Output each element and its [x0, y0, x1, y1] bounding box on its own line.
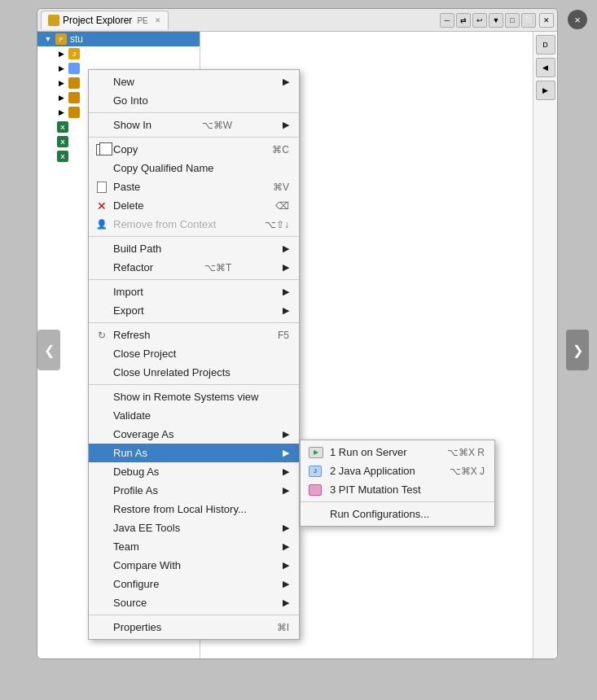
sidebar-item-src[interactable]: ▶ J [50, 46, 200, 61]
menu-item-java-ee-tools[interactable]: Java EE Tools▶ [89, 518, 299, 537]
project-icon: P [55, 33, 67, 45]
menu-item-label: Team [113, 540, 139, 553]
menu-item-delete[interactable]: ✕Delete⌫ [89, 196, 299, 215]
submenu-arrow-icon: ▶ [283, 466, 289, 477]
sync-btn[interactable]: ⇄ [456, 13, 471, 28]
copy-icon [95, 143, 108, 156]
submenu-arrow-icon: ▶ [283, 243, 289, 254]
panel-btn-3[interactable]: ▶ [536, 81, 555, 100]
menu-item-run-as[interactable]: Run As▶ [89, 444, 299, 462]
menu-item-new[interactable]: New▶ [89, 72, 299, 91]
view-menu-btn[interactable]: ▼ [489, 13, 503, 28]
menu-item-label: Delete [113, 199, 144, 212]
menu-item-go-into[interactable]: Go Into [89, 91, 299, 110]
menu-item-refresh[interactable]: ↻RefreshF5 [89, 326, 299, 344]
menu-item-debug-as[interactable]: Debug As▶ [89, 462, 299, 481]
excel-icon2: X [57, 136, 68, 147]
delete-icon: ✕ [95, 199, 108, 212]
submenu-arrow-icon: ▶ [283, 120, 289, 130]
menu-item-label: Restore from Local History... [113, 503, 247, 515]
menu-separator [89, 384, 299, 385]
project-explorer-icon [48, 15, 59, 26]
menu-item-compare-with[interactable]: Compare With▶ [89, 556, 299, 575]
submenu-shortcut-label: ⌥⌘X J [450, 466, 485, 477]
menu-item-import[interactable]: Import▶ [89, 282, 299, 301]
submenu-item-pit-mutation[interactable]: 3 PIT Mutation Test [301, 480, 494, 499]
menu-item-label: Close Project [113, 348, 176, 360]
menu-item-build-path[interactable]: Build Path▶ [89, 239, 299, 258]
menu-item-label: Copy Qualified Name [113, 162, 214, 174]
menu-item-close-project[interactable]: Close Project [89, 344, 299, 363]
submenu-item-label: Run Configurations... [330, 508, 429, 520]
paste-icon [95, 181, 108, 194]
maximize-btn[interactable]: ⬜ [521, 13, 536, 28]
excel-icon3: X [57, 151, 68, 162]
project-explorer-tab[interactable]: Project Explorer PE ✕ [41, 11, 169, 29]
menu-item-configure[interactable]: Configure▶ [89, 575, 299, 593]
menu-item-remove-context[interactable]: 👤Remove from Context⌥⇧↓ [89, 215, 299, 234]
menu-item-paste[interactable]: Paste⌘V [89, 177, 299, 196]
submenu-arrow-icon: ▶ [283, 579, 289, 589]
menu-item-label: Debug As [113, 466, 159, 478]
minimize-btn[interactable]: ─ [440, 13, 454, 28]
menu-item-properties[interactable]: Properties⌘I [89, 618, 299, 637]
arrow: ▶ [57, 50, 65, 58]
menu-item-show-remote[interactable]: Show in Remote Systems view [89, 387, 299, 406]
submenu-arrow-icon: ▶ [283, 448, 289, 458]
menu-item-refactor[interactable]: Refactor⌥⌘T▶ [89, 258, 299, 277]
project-icon-label: P [59, 37, 64, 42]
submenu-item-java-app[interactable]: J2 Java Application⌥⌘X J [301, 462, 494, 480]
menu-separator [89, 322, 299, 323]
restore-btn[interactable]: □ [505, 13, 520, 28]
shortcut-label: F5 [278, 330, 289, 341]
pkg-icon2 [68, 77, 80, 89]
menu-item-label: Go Into [113, 94, 148, 107]
run-server-icon [309, 446, 325, 459]
menu-item-restore-history[interactable]: Restore from Local History... [89, 500, 299, 518]
menu-item-label: Validate [113, 409, 151, 422]
java-icon: J [68, 48, 80, 59]
nav-left[interactable]: ❮ [37, 330, 60, 370]
tab-close-icon[interactable]: ✕ [155, 16, 161, 24]
menu-item-label: Refactor [113, 261, 153, 273]
close-button[interactable]: × [568, 10, 587, 29]
menu-item-team[interactable]: Team▶ [89, 537, 299, 556]
submenu-arrow-icon: ▶ [283, 597, 289, 608]
left-arrow-icon: ❮ [44, 343, 55, 358]
menu-item-copy[interactable]: Copy⌘C [89, 140, 299, 159]
menu-item-label: Profile As [113, 484, 158, 497]
menu-item-show-in[interactable]: Show In⌥⌘W▶ [89, 116, 299, 134]
menu-separator [89, 137, 299, 138]
menu-separator [89, 112, 299, 113]
menu-item-copy-qualified[interactable]: Copy Qualified Name [89, 159, 299, 177]
submenu-arrow-icon: ▶ [283, 77, 289, 87]
menu-item-profile-as[interactable]: Profile As▶ [89, 481, 299, 500]
menu-item-label: Source [113, 597, 147, 609]
menu-item-label: Paste [113, 181, 140, 193]
panel-btn-1[interactable]: D [536, 35, 555, 55]
run-as-submenu: 1 Run on Server⌥⌘X RJ2 Java Application⌥… [300, 440, 495, 527]
menu-item-close-unrelated[interactable]: Close Unrelated Projects [89, 363, 299, 382]
menu-separator [89, 279, 299, 280]
submenu-item-label: 3 PIT Mutation Test [330, 483, 421, 496]
tab-toolbar: ─ ⇄ ↩ ▼ □ ⬜ [440, 13, 536, 28]
menu-item-coverage-as[interactable]: Coverage As▶ [89, 425, 299, 444]
close-icon: × [574, 14, 581, 26]
extra-btn[interactable]: ✕ [539, 13, 554, 28]
sidebar-item-stu[interactable]: ▼ P stu [37, 32, 200, 46]
panel-btn-2[interactable]: ◀ [536, 58, 555, 77]
tab-id: PE [137, 16, 147, 25]
menu-item-export[interactable]: Export▶ [89, 301, 299, 320]
menu-item-label: Show In [113, 119, 151, 131]
nav-btn[interactable]: ↩ [472, 13, 487, 28]
menu-separator [89, 615, 299, 615]
nav-right[interactable]: ❯ [566, 330, 589, 370]
shortcut-label: ⌥⌘W [202, 120, 232, 131]
submenu-item-run-configs[interactable]: Run Configurations... [301, 505, 494, 523]
menu-item-validate[interactable]: Validate [89, 406, 299, 425]
submenu-separator [301, 501, 494, 502]
refresh-icon: ↻ [95, 329, 108, 342]
shortcut-label: ⌫ [275, 200, 289, 212]
submenu-item-run-server[interactable]: 1 Run on Server⌥⌘X R [301, 443, 494, 462]
menu-item-source[interactable]: Source▶ [89, 593, 299, 612]
